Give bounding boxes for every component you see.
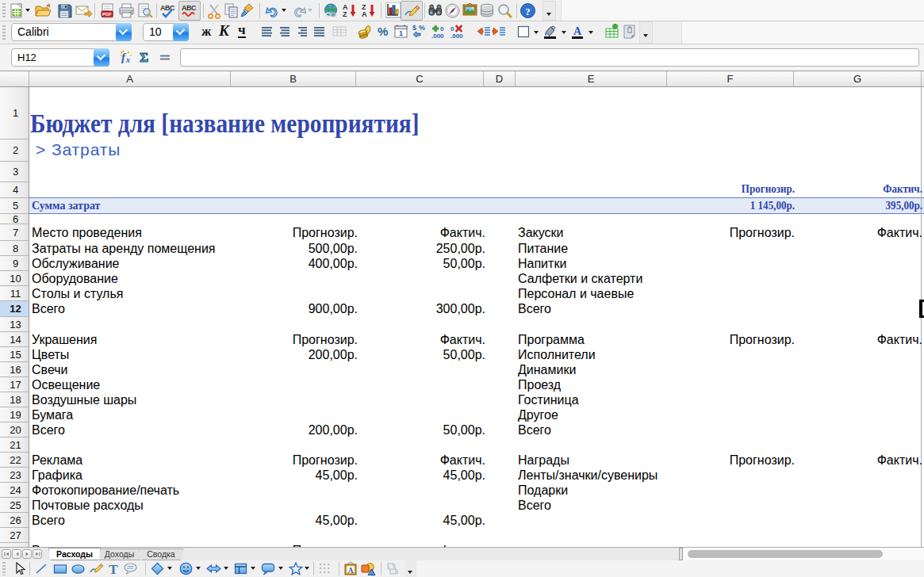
svg-text:A: A: [347, 566, 354, 575]
svg-text:Z: Z: [343, 10, 347, 18]
svg-text:0: 0: [440, 25, 444, 32]
svg-text:ABC: ABC: [160, 4, 175, 12]
svg-text:?: ?: [525, 6, 531, 17]
svg-text:A: A: [573, 25, 582, 37]
svg-text:%: %: [378, 25, 388, 38]
svg-text:1: 1: [399, 29, 403, 37]
svg-text:.000: .000: [431, 32, 444, 40]
svg-text:T: T: [109, 562, 118, 576]
svg-text:%: %: [419, 24, 425, 32]
svg-text:ABC: ABC: [182, 4, 197, 12]
svg-text:.000: .000: [450, 32, 463, 40]
svg-text:0: 0: [450, 25, 454, 32]
svg-text:x: x: [125, 55, 130, 64]
svg-text:PDF: PDF: [102, 12, 112, 17]
svg-text:A: A: [362, 10, 367, 18]
svg-text:$: $: [412, 24, 416, 32]
svg-text:Σ: Σ: [140, 50, 148, 65]
